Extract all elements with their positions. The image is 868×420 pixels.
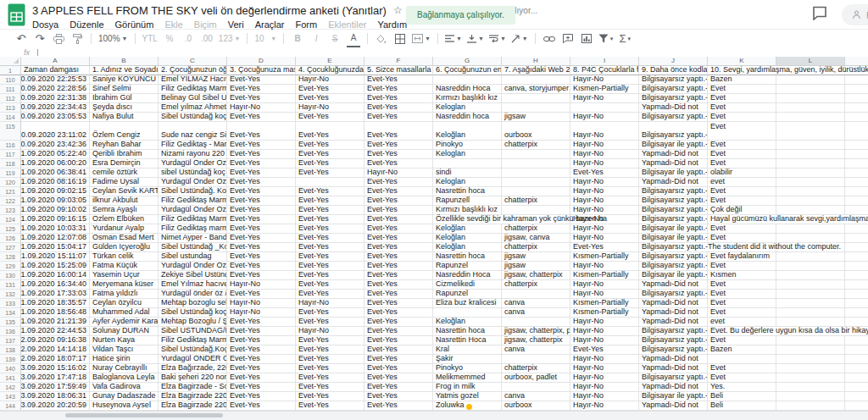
cell-D143[interactable]: Evet-Yes bbox=[227, 392, 296, 401]
row-header-127[interactable]: 127 bbox=[0, 243, 21, 252]
cell-B112[interactable]: İbrahim Gül bbox=[90, 94, 159, 103]
cell-E111[interactable]: Evet-Yes bbox=[296, 85, 364, 94]
cell-C121[interactable]: Sibel Üstündağ. Koç ilkok bbox=[159, 187, 227, 196]
cell-C127[interactable]: Sibel Üstündağ _Koç İlko bbox=[159, 243, 227, 252]
cell-K138[interactable]: Bazen bbox=[708, 345, 776, 355]
cell-I125[interactable]: Hayır-No bbox=[570, 224, 639, 234]
cell-H135[interactable] bbox=[502, 318, 570, 327]
cell-B130[interactable]: Yasemin Uçur bbox=[90, 271, 159, 280]
fill-color-icon[interactable] bbox=[375, 31, 388, 47]
cell-D144[interactable]: Evet-Yes bbox=[227, 401, 296, 411]
merge-cells-icon[interactable]: ▼ bbox=[412, 31, 431, 47]
cell-A137[interactable]: 22.09.2020 09:16:38 bbox=[21, 336, 90, 345]
cell-C112[interactable]: Belinay Gül Sibel Üstünd bbox=[159, 94, 227, 103]
cell-C118[interactable]: Yurdagül Önder Öz Faru bbox=[159, 159, 227, 169]
cell-K132[interactable]: Evet bbox=[708, 290, 776, 299]
cell-J138[interactable]: Bilgisayarsız yaptı.-The s bbox=[639, 345, 708, 355]
cell-B116[interactable]: Reyhan Bahar bbox=[90, 141, 159, 150]
cell-E123[interactable]: Evet-Yes bbox=[296, 206, 364, 215]
cell-C126[interactable]: Nimet Ayper - Bandırma bbox=[159, 234, 227, 243]
cell-B132[interactable]: Fatma yıldızlı bbox=[90, 290, 159, 299]
cell-H133[interactable]: canva bbox=[502, 299, 570, 308]
cell-I118[interactable]: Hayır-No bbox=[570, 159, 639, 169]
cell-L111[interactable] bbox=[776, 85, 845, 94]
cell-G129[interactable]: Rapunzel bbox=[433, 262, 502, 271]
cell-H112[interactable] bbox=[502, 94, 570, 103]
cell-C134[interactable]: Sibel Üstündağ koç ilk ö bbox=[159, 308, 227, 318]
cell-D118[interactable]: Evet-Yes bbox=[227, 159, 296, 169]
cell-C124[interactable]: Filiz Gediktaş Marmara il bbox=[159, 215, 227, 224]
cell-F113[interactable]: Evet-Yes bbox=[364, 103, 433, 113]
row-header-1[interactable]: 1 bbox=[0, 66, 21, 75]
cell-H119[interactable] bbox=[502, 169, 570, 178]
cell-I137[interactable]: Hayır-No bbox=[570, 336, 639, 345]
cell-F119[interactable]: Hayır-No bbox=[364, 169, 433, 178]
italic-button[interactable]: I bbox=[309, 31, 323, 47]
row-header-128[interactable]: 128 bbox=[0, 252, 21, 262]
cell-I116[interactable]: Hayır-No bbox=[570, 141, 639, 150]
cell-K113[interactable]: Evet bbox=[708, 103, 776, 113]
cell-E139[interactable]: Evet-Yes bbox=[296, 355, 364, 364]
row-header-137[interactable]: 137 bbox=[0, 336, 21, 345]
menu-düzenle[interactable]: Düzenle bbox=[70, 19, 103, 30]
cell-H137[interactable]: jigsaw, chatterpix bbox=[502, 336, 570, 345]
cell-E127[interactable]: Evet-Yes bbox=[296, 243, 364, 252]
cell-K121[interactable]: Evet bbox=[708, 187, 776, 196]
cell-M118[interactable] bbox=[845, 159, 868, 169]
cell-I128[interactable]: Kısmen-Partially bbox=[570, 252, 639, 262]
cell-B142[interactable]: Vafa Gadirova bbox=[90, 383, 159, 392]
cell-A128[interactable]: 21.09.2020 15:11:07 bbox=[21, 252, 90, 262]
cell-A111[interactable]: 20.09.2020 22:28:56 bbox=[21, 85, 90, 94]
cell-D122[interactable]: Evet-Yes bbox=[227, 196, 296, 206]
cell-I117[interactable]: Hayır-No bbox=[570, 150, 639, 159]
cell-B126[interactable]: Osman Esad Mert bbox=[90, 234, 159, 243]
row-header-125[interactable]: 125 bbox=[0, 224, 21, 234]
cell-H142[interactable] bbox=[502, 383, 570, 392]
cell-H138[interactable]: canva bbox=[502, 345, 570, 355]
insert-chart-icon[interactable] bbox=[580, 31, 593, 47]
cell-C130[interactable]: Zekiye Sibel Üstündağ K bbox=[159, 271, 227, 280]
cell-C139[interactable]: Yurdagül ÖNDER ÖZ bbox=[159, 355, 227, 364]
cell-D121[interactable]: Evet-Yes bbox=[227, 187, 296, 196]
cell-A113[interactable]: 20.09.2020 22:34:43 bbox=[21, 103, 90, 113]
cell-I141[interactable]: Hayır-No bbox=[570, 373, 639, 383]
cell-L141[interactable] bbox=[776, 373, 845, 383]
cell-F131[interactable]: Evet-Yes bbox=[364, 280, 433, 290]
cell-J135[interactable]: Yapmadı-Did not bbox=[639, 318, 708, 327]
cell-F112[interactable]: Evet-Yes bbox=[364, 94, 433, 103]
cell-D113[interactable]: Hayır-No bbox=[227, 103, 296, 113]
row-header-112[interactable]: 112 bbox=[0, 94, 21, 103]
cell-B140[interactable]: Nuray Cebrayıllı bbox=[90, 364, 159, 373]
row-header-140[interactable]: 140 bbox=[0, 364, 21, 373]
cell-C115[interactable]: Sude naz cengiz Sibel D bbox=[159, 122, 227, 141]
cell-I136[interactable]: Hayır-No bbox=[570, 327, 639, 336]
cell-A121[interactable]: 21.09.2020 09:02:15 bbox=[21, 187, 90, 196]
cell-G139[interactable]: Şakir bbox=[433, 355, 502, 364]
cell-J115[interactable]: Bilgisayarsız yaptı.-The s bbox=[639, 122, 708, 141]
cell-F144[interactable]: Evet-Yes bbox=[364, 401, 433, 411]
cell-F116[interactable]: Evet-Yes bbox=[364, 141, 433, 150]
cell-M111[interactable] bbox=[845, 85, 868, 94]
cell-H131[interactable]: chatterpix bbox=[502, 280, 570, 290]
cell-M133[interactable] bbox=[845, 299, 868, 308]
cell-E116[interactable]: Evet-Yes bbox=[296, 141, 364, 150]
cell-E144[interactable]: Evet-Yes bbox=[296, 401, 364, 411]
cell-C137[interactable]: Filiz Gediktaş Marmara İ bbox=[159, 336, 227, 345]
cell-B128[interactable]: Türkan celik bbox=[90, 252, 159, 262]
cell-K117[interactable]: Evet bbox=[708, 150, 776, 159]
row-header-135[interactable]: 135 bbox=[0, 318, 21, 327]
cell-F122[interactable]: Evet-Yes bbox=[364, 196, 433, 206]
cell-I143[interactable]: Hayır-No bbox=[570, 392, 639, 401]
cell-L114[interactable] bbox=[776, 113, 845, 122]
cell-M112[interactable] bbox=[845, 94, 868, 103]
row-header-134[interactable]: 134 bbox=[0, 308, 21, 318]
cell-F137[interactable]: Evet-Yes bbox=[364, 336, 433, 345]
cell-B115[interactable]: Özlem Cengiz bbox=[90, 122, 159, 141]
functions-icon[interactable]: Σ▾ bbox=[618, 31, 632, 47]
cell-K115[interactable]: Evet bbox=[708, 122, 776, 141]
cell-J130[interactable]: Bilgisayar ile yaptı.-The s bbox=[639, 271, 708, 280]
cell-H122[interactable]: chatterpix bbox=[502, 196, 570, 206]
insert-comment-icon[interactable] bbox=[561, 31, 575, 47]
cell-E136[interactable]: Hayır-No bbox=[296, 327, 364, 336]
cell-L121[interactable] bbox=[776, 187, 845, 196]
